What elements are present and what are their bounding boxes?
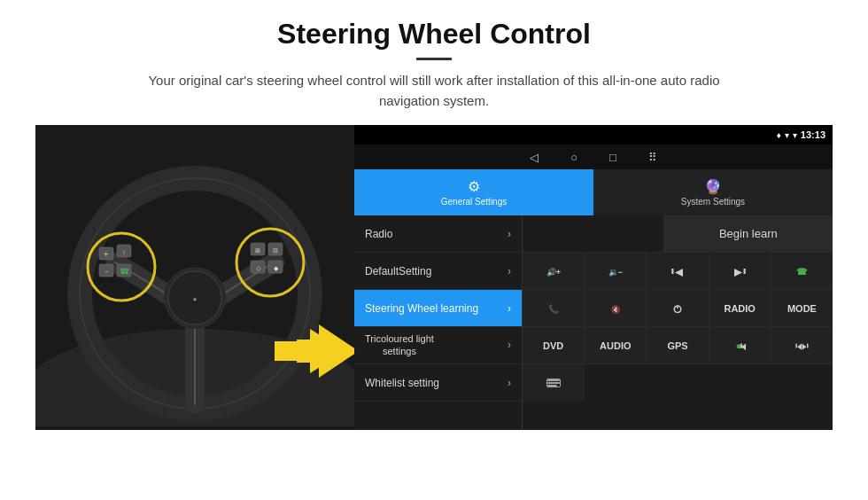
icon-row-2: 📞 🔇 [523,290,833,327]
menu-whitelist-label: Whitelist setting [365,377,439,389]
dvd-button[interactable]: DVD [523,327,585,363]
svg-marker-44 [802,343,807,349]
svg-marker-31 [675,269,683,277]
radio-text-button[interactable]: RADIO [709,290,771,326]
menu-tricoloured-label: Tricoloured lightsettings [365,333,434,356]
svg-rect-46 [547,379,560,381]
signal-icon: ▾ [793,130,797,140]
steering-wheel-image: ● + − ↑ ☎ [35,125,354,430]
general-settings-icon: ⚙ [468,178,480,195]
mute-button[interactable]: 🔇 [585,290,647,326]
empty-cell [523,215,664,252]
svg-text:⊟: ⊟ [273,247,278,254]
recent-nav-icon[interactable]: □ [609,151,616,164]
system-settings-icon: 🔮 [704,178,722,195]
svg-text:⊞: ⊞ [255,247,260,254]
svg-text:📞: 📞 [548,302,560,314]
menu-item-tricoloured[interactable]: Tricoloured lightsettings › [354,327,522,364]
android-nav-bar: ◁ ○ □ ⠿ [354,145,833,169]
icon-row-4 [523,364,833,402]
audio-button[interactable]: AUDIO [585,327,647,363]
prev-track-button[interactable] [647,253,709,289]
svg-text:🔊+: 🔊+ [546,266,560,277]
next-track-button[interactable] [709,253,771,289]
menu-item-steering[interactable]: Steering Wheel learning › [354,290,522,327]
wifi-icon: ▾ [785,130,789,140]
svg-text:🔉−: 🔉− [608,266,623,277]
svg-rect-32 [744,269,746,274]
menu-item-whitelist[interactable]: Whitelist setting › [354,364,522,402]
back-nav-icon[interactable]: ◁ [530,151,539,164]
control-row-top: Begin learn [523,215,833,253]
menu-nav-icon[interactable]: ⠿ [648,151,657,164]
status-bar: ♦ ▾ ▾ 13:13 [354,125,833,145]
default-chevron: › [508,265,511,277]
whitelist-chevron: › [508,377,511,389]
subtitle: Your original car's steering wheel contr… [124,71,744,111]
radio-chevron: › [508,228,511,240]
svg-text:−: − [105,269,108,275]
tab-general-settings[interactable]: ⚙ General Settings [354,169,593,215]
menu-item-default[interactable]: DefaultSetting › [354,253,522,290]
icon-row-3: DVD AUDIO GPS ☎ [523,327,833,364]
home-nav-icon[interactable]: ○ [570,151,577,164]
tab-bar: ⚙ General Settings 🔮 System Settings [354,169,833,215]
control-panel: Begin learn 🔊+ 🔉− [523,215,833,430]
list-icon-button[interactable] [523,364,585,402]
svg-text:☎: ☎ [120,267,129,276]
menu-item-radio[interactable]: Radio › [354,215,522,253]
steering-chevron: › [508,302,511,315]
menu-panel: Radio › DefaultSetting › Steering Wheel … [354,215,523,430]
device-ui: ♦ ▾ ▾ 13:13 ◁ ○ □ ⠿ ⚙ General Settings [354,125,833,430]
page-title: Steering Wheel Control [35,18,833,51]
tricoloured-chevron: › [508,339,511,351]
menu-radio-label: Radio [365,228,392,240]
title-section: Steering Wheel Control Your original car… [35,18,833,111]
answer-button[interactable]: 📞 [523,290,585,326]
title-divider [416,58,452,60]
vol-down-button[interactable]: 🔉− [585,253,647,289]
status-time: 13:13 [801,129,825,140]
phone-prev-button[interactable]: ☎ [709,327,771,363]
vol-up-button[interactable]: 🔊+ [523,253,585,289]
phone-call-button[interactable]: ☎ [771,253,833,289]
power-button[interactable] [647,290,709,326]
location-icon: ♦ [777,130,781,140]
svg-rect-48 [547,385,557,387]
svg-text:+: + [104,250,108,259]
skip-prev-next-button[interactable] [771,327,833,363]
menu-steering-label: Steering Wheel learning [365,302,478,315]
svg-rect-43 [796,343,798,348]
tab-system-settings[interactable]: 🔮 System Settings [593,169,833,215]
page-container: Steering Wheel Control Your original car… [0,0,868,439]
icon-row-1: 🔊+ 🔉− [523,253,833,290]
svg-rect-30 [671,269,673,274]
svg-text:☎: ☎ [796,266,808,276]
svg-rect-47 [547,382,560,384]
general-settings-label: General Settings [441,197,508,207]
menu-default-label: DefaultSetting [365,265,431,277]
status-icons: ♦ ▾ ▾ 13:13 [777,129,825,140]
svg-marker-42 [798,343,802,349]
svg-text:↑: ↑ [122,249,126,255]
svg-marker-33 [734,269,742,277]
begin-learn-button[interactable]: Begin learn [664,215,833,252]
system-settings-label: System Settings [681,197,745,207]
gps-button[interactable]: GPS [647,327,709,363]
svg-text:🔇: 🔇 [611,304,621,314]
svg-rect-45 [807,343,809,348]
main-content: Radio › DefaultSetting › Steering Wheel … [354,215,833,430]
content-area: ● + − ↑ ☎ [35,125,833,430]
mode-button[interactable]: MODE [771,290,833,326]
svg-text:●: ● [193,295,198,303]
